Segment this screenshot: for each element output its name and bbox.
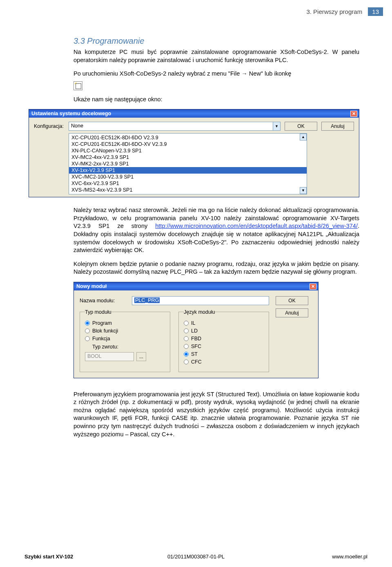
scroll-down-icon[interactable]: ▼ bbox=[300, 187, 307, 194]
lang-group: Język modułu IL LD FBD SFC ST CFC bbox=[178, 309, 269, 372]
section-title: 3.3 Programowanie bbox=[74, 36, 359, 46]
config-dropdown-list[interactable]: ▲ XC-CPU201-EC512K-8DI-6DO V2.3.9XC-CPU2… bbox=[69, 133, 307, 194]
footer-title: Szybki start XV-102 bbox=[24, 554, 139, 560]
config-option[interactable]: XV-1xx-V2.3.9 SP1 bbox=[69, 167, 307, 174]
new-module-title-text: Nowy moduł bbox=[76, 284, 107, 289]
config-input[interactable]: None bbox=[69, 122, 273, 131]
download-link[interactable]: http://www.microinnovation.com/en/deskto… bbox=[155, 223, 358, 229]
close-icon[interactable]: ✕ bbox=[310, 284, 316, 290]
module-name-label: Nazwa modułu: bbox=[80, 298, 125, 304]
module-name-input[interactable]: PLC_PRG bbox=[132, 296, 269, 305]
lang-radio[interactable]: IL bbox=[184, 320, 264, 326]
lang-group-legend: Język modułu bbox=[184, 309, 215, 315]
settings-titlebar[interactable]: Ustawienia systemu docelowego ✕ bbox=[29, 109, 359, 118]
page-number: 13 bbox=[368, 7, 383, 16]
footer-url: www.moeller.pl bbox=[253, 554, 368, 560]
settings-window: Ustawienia systemu docelowego ✕ Konfigur… bbox=[29, 109, 359, 197]
type-radio[interactable]: Program bbox=[85, 320, 165, 326]
return-type-input: BOOL bbox=[85, 352, 134, 361]
config-option[interactable]: XN-PLC-CANopen-V2.3.9 SP1 bbox=[69, 147, 307, 154]
ok-button[interactable]: OK bbox=[276, 296, 308, 305]
settings-title-text: Ustawienia systemu docelowego bbox=[31, 111, 111, 116]
lang-radio[interactable]: FBD bbox=[184, 336, 264, 342]
lang-radio[interactable]: LD bbox=[184, 328, 264, 334]
paragraph-3: Ukaże nam się następujące okno: bbox=[74, 96, 359, 104]
lang-radio[interactable]: CFC bbox=[184, 359, 264, 365]
paragraph-1: Na komputerze PC musi być poprawnie zain… bbox=[74, 48, 359, 64]
cancel-button[interactable]: Anuluj bbox=[321, 122, 354, 131]
lang-radio[interactable]: ST bbox=[184, 351, 264, 357]
paragraph-5: Kolejnym oknem będzie pytanie o podanie … bbox=[74, 260, 359, 276]
type-radio[interactable]: Funkcja bbox=[85, 336, 165, 342]
return-type-label: Typ zwrotu: bbox=[92, 344, 118, 350]
ok-button[interactable]: OK bbox=[285, 122, 317, 131]
config-option[interactable]: XC-CPU201-EC512K-8DI-6DO-XV V2.3.9 bbox=[69, 141, 307, 147]
lang-radio[interactable]: SFC bbox=[184, 344, 264, 349]
type-group: Typ modułu Program Blok funkcji Funkcja … bbox=[80, 309, 170, 372]
config-option[interactable]: XVC-6xx-V2.3.9 SP1 bbox=[69, 180, 307, 187]
section-label: 3. Pierwszy program bbox=[306, 8, 362, 15]
paragraph-6: Preferowanym językiem programowania jest… bbox=[74, 391, 359, 438]
config-option[interactable]: XVS-/MS2-4xx-V2.3.9 SP1 bbox=[69, 187, 307, 193]
page-header: 3. Pierwszy program 13 bbox=[0, 0, 392, 16]
new-file-icon bbox=[74, 81, 82, 90]
paragraph-4: Należy teraz wybrać nasz sterownik. Jeże… bbox=[74, 206, 359, 254]
scroll-up-icon[interactable]: ▲ bbox=[300, 134, 307, 141]
paragraph-2: Po uruchomieniu XSoft-CoDeSys-2 należy w… bbox=[74, 70, 359, 78]
footer-docid: 01/2011M003087-01-PL bbox=[139, 554, 253, 560]
page-footer: Szybki start XV-102 01/2011M003087-01-PL… bbox=[0, 554, 392, 560]
config-option[interactable]: XV-/MC2-4xx-V2.3.9 SP1 bbox=[69, 154, 307, 161]
config-label: Konfiguracja: bbox=[34, 123, 65, 129]
dropdown-arrow-icon[interactable]: ▼ bbox=[273, 122, 281, 131]
new-module-window: Nowy moduł ✕ Nazwa modułu: PLC_PRG Typ m… bbox=[74, 282, 318, 378]
new-module-titlebar[interactable]: Nowy moduł ✕ bbox=[74, 282, 318, 290]
config-option[interactable]: XC-CPU201-EC512K-8DI-6DO V2.3.9 bbox=[69, 134, 307, 141]
config-option[interactable]: XV-/MK2-2xx-V2.3.9 SP1 bbox=[69, 161, 307, 167]
type-radio[interactable]: Blok funkcji bbox=[85, 328, 165, 334]
browse-button[interactable]: ... bbox=[136, 352, 146, 361]
close-icon[interactable]: ✕ bbox=[350, 111, 357, 117]
type-group-legend: Typ modułu bbox=[85, 309, 111, 315]
cancel-button[interactable]: Anuluj bbox=[276, 308, 308, 317]
config-option[interactable]: XVC-/MC2-100-V2.3.9 SP1 bbox=[69, 174, 307, 180]
